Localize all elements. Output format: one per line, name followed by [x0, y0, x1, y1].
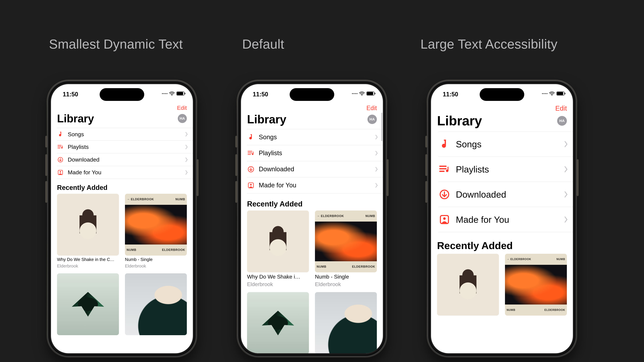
album-title: Why Do We Shake in the C… — [57, 257, 119, 262]
scrollbar[interactable] — [381, 113, 382, 141]
cellular-icon — [352, 93, 358, 94]
svg-point-13 — [250, 184, 252, 186]
music-note-icon — [438, 138, 450, 150]
menu-label: Made for You — [259, 182, 371, 189]
chevron-right-icon — [564, 166, 568, 173]
chevron-right-icon — [375, 150, 378, 156]
album-cover — [315, 292, 377, 353]
library-menu: Songs Playlists Downloaded Made for You — [51, 128, 193, 179]
chevron-right-icon — [375, 183, 378, 188]
album-grid: Why Do We Shake in the C… Elderbrook → E… — [51, 194, 193, 341]
menu-item-songs[interactable]: Songs — [247, 129, 383, 145]
chevron-right-icon — [564, 191, 568, 198]
album-item[interactable]: → ELDERBROOKNUMB NUMBELDERBROOK Numb - S… — [315, 211, 377, 287]
chevron-right-icon — [185, 157, 188, 162]
profile-avatar[interactable]: HA — [557, 116, 567, 126]
svg-point-6 — [60, 171, 61, 172]
menu-item-downloaded[interactable]: Downloaded — [57, 153, 193, 166]
svg-point-20 — [443, 217, 446, 220]
menu-item-made-for-you[interactable]: Made for You — [57, 166, 193, 179]
playlist-icon — [247, 149, 255, 157]
status-time: 11:50 — [63, 91, 78, 98]
phone-smallest: 11:50 Edit Library HA Songs — [47, 80, 196, 357]
chevron-right-icon — [185, 132, 188, 137]
wifi-icon — [359, 91, 365, 95]
album-item[interactable]: → ELDERBROOKNUMB NUMBELDERBROOK Numb - S… — [125, 194, 187, 269]
album-title: Why Do We Shake i… — [247, 274, 309, 280]
album-title: Numb - Single — [125, 257, 187, 262]
battery-icon — [556, 91, 564, 95]
heading-large: Large Text Accessibility — [420, 36, 558, 52]
album-item[interactable] — [57, 273, 119, 335]
album-item[interactable] — [247, 292, 309, 353]
person-frame-icon — [247, 182, 255, 189]
album-cover: → ELDERBROOKNUMB NUMBELDERBROOK — [315, 211, 377, 272]
album-cover — [437, 254, 499, 316]
music-note-icon — [57, 131, 64, 138]
menu-item-songs[interactable]: Songs — [438, 132, 573, 157]
album-item[interactable]: Why Do We Shake in the C… Elderbrook — [57, 194, 119, 269]
menu-label: Songs — [259, 134, 371, 141]
page-title: Library — [57, 112, 94, 125]
menu-item-playlists[interactable]: Playlists — [438, 157, 573, 182]
album-item[interactable]: → ELDERBROOKNUMB NUMBELDERBROOK — [505, 254, 567, 316]
library-menu: Songs Playlists Downloaded Made for You — [241, 129, 383, 193]
album-cover: → ELDERBROOKNUMB NUMBELDERBROOK — [505, 254, 567, 316]
album-title: Numb - Single — [315, 274, 377, 280]
menu-label: Songs — [68, 131, 181, 138]
edit-button[interactable]: Edit — [177, 105, 187, 111]
menu-item-made-for-you[interactable]: Made for You — [438, 207, 573, 232]
album-cover — [57, 194, 119, 256]
album-cover: → ELDERBROOKNUMB NUMBELDERBROOK — [125, 194, 187, 256]
profile-avatar[interactable]: HA — [178, 114, 187, 123]
edit-button[interactable]: Edit — [555, 105, 567, 112]
dynamic-island — [480, 88, 524, 101]
profile-avatar[interactable]: HA — [368, 115, 377, 124]
album-item[interactable] — [125, 273, 187, 335]
library-menu: Songs Playlists Downloaded Made for You — [431, 132, 573, 232]
album-grid: Why Do We Shake i… Elderbrook → ELDERBRO… — [241, 211, 383, 353]
person-frame-icon — [57, 169, 64, 176]
menu-label: Playlists — [259, 149, 371, 157]
dynamic-island — [290, 88, 334, 101]
playlist-icon — [438, 163, 450, 175]
heading-smallest: Smallest Dynamic Text — [49, 36, 183, 52]
album-artist: Elderbrook — [57, 264, 119, 269]
menu-label: Downloaded — [259, 166, 371, 173]
chevron-right-icon — [564, 140, 568, 148]
battery-icon — [366, 91, 374, 95]
cellular-icon — [162, 93, 167, 94]
svg-point-0 — [172, 95, 172, 95]
menu-item-downloaded[interactable]: Downloaded — [247, 161, 383, 177]
download-circle-icon — [57, 156, 64, 163]
menu-item-playlists[interactable]: Playlists — [57, 141, 193, 153]
album-artist: Elderbrook — [125, 264, 187, 269]
menu-label: Downloaded — [456, 189, 559, 200]
cellular-icon — [542, 93, 548, 94]
page-title: Library — [247, 113, 286, 126]
menu-item-downloaded[interactable]: Downloaded — [438, 182, 573, 207]
menu-item-songs[interactable]: Songs — [57, 128, 193, 141]
page-title: Library — [437, 113, 482, 129]
menu-label: Made for You — [68, 169, 181, 176]
album-item[interactable]: Why Do We Shake i… Elderbrook — [247, 211, 309, 287]
menu-item-made-for-you[interactable]: Made for You — [247, 177, 383, 193]
menu-item-playlists[interactable]: Playlists — [247, 145, 383, 161]
download-circle-icon — [438, 188, 450, 200]
person-frame-icon — [438, 214, 450, 226]
heading-default: Default — [242, 36, 284, 52]
album-item[interactable] — [437, 254, 499, 316]
dynamic-island — [100, 88, 144, 101]
album-cover — [247, 292, 309, 353]
svg-point-7 — [362, 95, 362, 95]
menu-label: Made for You — [456, 214, 559, 225]
playlist-icon — [57, 144, 64, 150]
chevron-right-icon — [564, 216, 568, 223]
chevron-right-icon — [375, 134, 378, 140]
album-item[interactable] — [315, 292, 377, 353]
edit-button[interactable]: Edit — [366, 105, 377, 112]
wifi-icon — [549, 91, 555, 95]
status-time: 11:50 — [253, 91, 268, 98]
menu-label: Playlists — [68, 144, 181, 150]
menu-label: Songs — [456, 139, 559, 149]
